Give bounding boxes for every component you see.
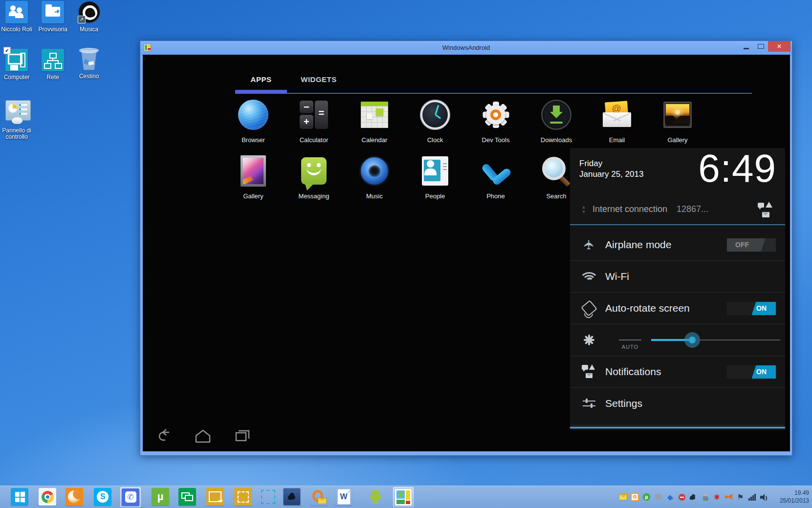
back-button[interactable] xyxy=(156,428,173,444)
app-calculator[interactable]: −+ = Calculator xyxy=(284,98,344,144)
app-label: Messaging xyxy=(284,192,344,200)
tab-widgets[interactable]: WIDGETS xyxy=(289,75,348,84)
app-clock[interactable]: Clock xyxy=(405,98,465,144)
sms-icon xyxy=(758,203,764,208)
tray-busy-icon[interactable] xyxy=(678,493,686,501)
tray-chat-icon[interactable] xyxy=(654,493,662,501)
tray-horn-icon[interactable] xyxy=(724,493,733,501)
close-button[interactable]: ✕ xyxy=(768,41,790,52)
auto-rotate-row[interactable]: Auto-rotate screen ON xyxy=(570,293,785,324)
tray-flag-icon[interactable]: ⚑ xyxy=(736,493,745,501)
taskbar-display-switch[interactable]: ➜ xyxy=(206,488,224,506)
user-icon xyxy=(5,1,28,23)
taskbar-windowsandroid[interactable] xyxy=(393,487,414,507)
settings-row[interactable]: Settings xyxy=(570,388,785,419)
taskbar-skype[interactable]: S xyxy=(94,488,111,506)
phone-app-icon: ✆ xyxy=(125,491,136,503)
app-gallery-1[interactable]: Gallery xyxy=(647,98,708,144)
brightness-row[interactable]: AUTO xyxy=(570,324,785,356)
app-phone[interactable]: Phone xyxy=(465,154,526,200)
taskbar-firefox[interactable] xyxy=(66,488,83,506)
panel-bottom-line xyxy=(570,427,785,428)
app-gallery-2[interactable]: Gallery xyxy=(223,154,284,200)
taskbar-android[interactable] xyxy=(367,488,384,506)
shortcut-arrow-icon: ↗ xyxy=(78,16,86,23)
android-robot-icon xyxy=(369,489,382,504)
tray-pinwheel-icon[interactable]: ✱ xyxy=(713,493,721,501)
home-button[interactable] xyxy=(194,428,212,444)
android-screen: APPS WIDGETS Browser −+ = Calculator Cal xyxy=(143,55,790,451)
settings-sliders-icon xyxy=(583,398,595,409)
airplane-toggle[interactable]: OFF xyxy=(726,238,776,252)
app-label: Clock xyxy=(405,136,465,144)
warning-icon xyxy=(766,202,772,208)
tray-usb-icon[interactable]: ✓ xyxy=(701,493,709,501)
tray-mail-icon[interactable] xyxy=(619,493,627,501)
tray-volume-icon[interactable] xyxy=(760,493,768,501)
tray-utorrent-icon[interactable]: µ xyxy=(642,493,651,501)
slider-thumb[interactable] xyxy=(684,332,700,348)
app-label: Gallery xyxy=(647,136,708,144)
recents-button[interactable] xyxy=(234,428,251,444)
brightness-slider[interactable]: AUTO xyxy=(598,324,785,356)
tray-dropbox-icon[interactable]: ◆✓ xyxy=(666,493,674,501)
start-button[interactable] xyxy=(11,488,28,506)
folder-icon: ➜ xyxy=(42,1,64,23)
tray-twitter-icon[interactable] xyxy=(689,493,698,501)
maximize-button[interactable] xyxy=(753,41,768,52)
desktop-icon-provvisoria[interactable]: ➜ Provvisoria xyxy=(32,1,73,33)
desktop-icon-rete[interactable]: Rete xyxy=(32,49,73,81)
taskbar-snipping[interactable]: + xyxy=(259,488,277,506)
quick-settings-panel: Friday January 25, 2013 6:49 Internet co… xyxy=(570,148,785,429)
utorrent-icon: µ xyxy=(152,488,169,506)
taskbar-outlook[interactable] xyxy=(310,488,328,506)
desktop-icon-label: Computer xyxy=(0,74,37,81)
wifi-icon xyxy=(582,271,596,282)
notifications-row[interactable]: Notifications ON xyxy=(570,356,785,388)
auto-rotate-toggle[interactable]: ON xyxy=(726,301,776,316)
window-title: WindowsAndroid xyxy=(140,44,792,51)
taskbar-clock[interactable]: 19.49 25/01/2013 xyxy=(780,489,809,505)
app-people[interactable]: People xyxy=(405,154,465,200)
taskbar-twitter[interactable] xyxy=(283,488,301,506)
tray-outlook-icon[interactable]: O xyxy=(631,493,639,501)
app-downloads[interactable]: Downloads xyxy=(526,98,587,144)
taskbar-screen-capture[interactable] xyxy=(234,488,252,506)
desktop-icon-pannello[interactable]: Pannello di controllo xyxy=(0,100,37,140)
taskbar-remote-desktop[interactable] xyxy=(178,488,196,506)
tray-signal-icon[interactable] xyxy=(748,493,756,501)
taskbar-word[interactable]: W xyxy=(335,488,352,506)
checkbox-icon[interactable]: ✔ xyxy=(3,47,11,54)
app-messaging[interactable]: Messaging xyxy=(284,154,344,200)
window-titlebar[interactable]: WindowsAndroid ✕ xyxy=(140,41,792,55)
app-calendar[interactable]: Calendar xyxy=(344,98,405,144)
auto-brightness-label[interactable]: AUTO xyxy=(619,344,641,350)
notifications-toggle[interactable]: ON xyxy=(726,365,776,379)
panel-clock: 6:49 xyxy=(698,146,776,191)
clock-icon xyxy=(420,100,450,130)
download-icon xyxy=(541,100,571,130)
tab-apps[interactable]: APPS xyxy=(235,75,287,84)
wifi-row[interactable]: Wi-Fi xyxy=(570,261,785,293)
app-email[interactable]: @ Email xyxy=(587,98,647,144)
notification-row[interactable]: Internet connection 12867... xyxy=(570,199,785,220)
app-label: Phone xyxy=(465,192,526,200)
speaker-icon xyxy=(359,156,390,186)
outlook-icon xyxy=(312,489,327,504)
app-browser[interactable]: Browser xyxy=(223,98,284,144)
clock-time: 19.49 xyxy=(780,489,809,497)
contact-card-icon xyxy=(422,156,448,186)
app-music[interactable]: Music xyxy=(344,154,405,200)
minimize-button[interactable] xyxy=(739,41,753,52)
desktop-icon-musica[interactable]: ↗ Musica xyxy=(68,1,110,33)
desktop-icon-computer[interactable]: ✔ Computer xyxy=(0,49,37,81)
taskbar-phone-app[interactable]: ✆ xyxy=(120,487,141,507)
chrome-icon xyxy=(42,491,54,503)
browser-icon xyxy=(238,100,268,130)
airplane-mode-row[interactable]: ✈ Airplane mode OFF xyxy=(570,229,785,261)
desktop-icon-cestino[interactable]: Cestino xyxy=(68,48,110,80)
app-dev-tools[interactable]: Dev Tools xyxy=(465,98,526,144)
taskbar-chrome[interactable] xyxy=(39,488,56,506)
taskbar-utorrent[interactable]: µ xyxy=(152,488,169,506)
desktop-icon-niccolo-roli[interactable]: Niccolo Roli xyxy=(0,1,37,33)
